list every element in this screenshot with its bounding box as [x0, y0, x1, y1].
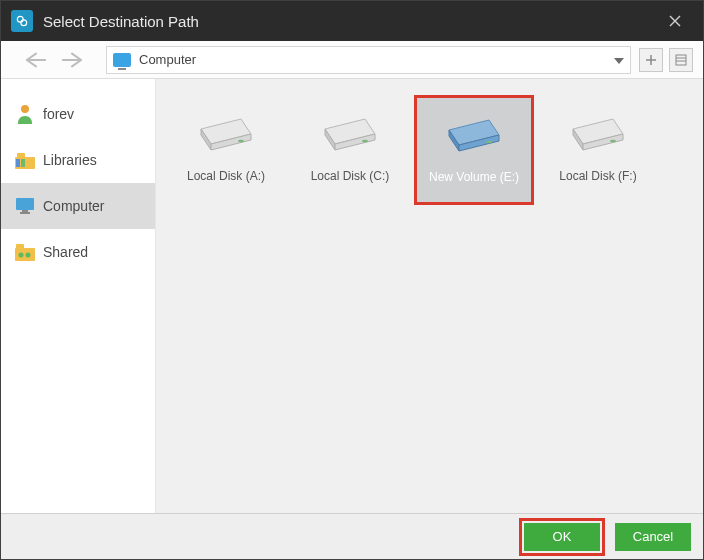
svg-point-24: [610, 140, 616, 142]
computer-icon: [113, 53, 131, 67]
forward-icon[interactable]: [61, 51, 83, 69]
svg-point-19: [19, 253, 24, 258]
sidebar-item-label: Shared: [43, 244, 88, 260]
svg-point-20: [26, 253, 31, 258]
drive-label: Local Disk (A:): [187, 169, 265, 183]
disk-icon: [320, 105, 380, 163]
titlebar: Select Destination Path: [1, 1, 703, 41]
dialog-window: Select Destination Path Computer: [0, 0, 704, 560]
svg-point-0: [17, 16, 23, 22]
svg-point-1: [21, 20, 27, 26]
sidebar-item-shared[interactable]: Shared: [1, 229, 155, 275]
sidebar-item-computer[interactable]: Computer: [1, 183, 155, 229]
window-title: Select Destination Path: [43, 13, 199, 30]
ok-button-highlight: OK: [519, 518, 605, 556]
sidebar-item-user[interactable]: forev: [1, 91, 155, 137]
drive-label: Local Disk (F:): [559, 169, 636, 183]
computer-icon: [15, 196, 35, 216]
libraries-icon: [15, 150, 35, 170]
sidebar-item-label: Libraries: [43, 152, 97, 168]
chevron-down-icon[interactable]: [614, 52, 624, 67]
sidebar-item-label: Computer: [43, 198, 104, 214]
new-folder-button[interactable]: [639, 48, 663, 72]
content-area: Local Disk (A:) Local Disk (C:) New Volu…: [156, 79, 703, 513]
footer: OK Cancel: [1, 513, 703, 559]
path-label: Computer: [139, 52, 196, 67]
sidebar-item-libraries[interactable]: Libraries: [1, 137, 155, 183]
app-icon: [11, 10, 33, 32]
shared-folder-icon: [15, 242, 35, 262]
view-list-button[interactable]: [669, 48, 693, 72]
svg-point-21: [238, 140, 244, 142]
user-icon: [15, 104, 35, 124]
svg-point-23: [486, 141, 492, 143]
drive-item[interactable]: New Volume (E:): [414, 95, 534, 205]
disk-icon: [196, 105, 256, 163]
svg-rect-18: [16, 244, 24, 250]
svg-rect-11: [17, 153, 25, 159]
svg-rect-6: [676, 55, 686, 65]
sidebar: forev Libraries Computer Shared: [1, 79, 156, 513]
back-icon[interactable]: [25, 51, 47, 69]
svg-point-9: [21, 105, 29, 113]
dialog-body: forev Libraries Computer Shared: [1, 79, 703, 513]
close-button[interactable]: [655, 1, 695, 41]
svg-point-22: [362, 140, 368, 142]
svg-rect-14: [16, 198, 34, 210]
drive-item[interactable]: Local Disk (F:): [538, 95, 658, 205]
drive-label: Local Disk (C:): [311, 169, 390, 183]
svg-rect-12: [16, 159, 20, 167]
nav-arrows: [1, 51, 106, 69]
ok-button[interactable]: OK: [524, 523, 600, 551]
toolbar: Computer: [1, 41, 703, 79]
drive-label: New Volume (E:): [429, 170, 519, 184]
svg-rect-13: [21, 159, 25, 167]
cancel-button[interactable]: Cancel: [615, 523, 691, 551]
drive-item[interactable]: Local Disk (C:): [290, 95, 410, 205]
path-bar[interactable]: Computer: [106, 46, 631, 74]
disk-icon: [444, 106, 504, 164]
toolbar-buttons: [639, 48, 693, 72]
svg-rect-16: [20, 212, 30, 214]
svg-rect-15: [22, 210, 28, 212]
disk-icon: [568, 105, 628, 163]
drive-item[interactable]: Local Disk (A:): [166, 95, 286, 205]
sidebar-item-label: forev: [43, 106, 74, 122]
